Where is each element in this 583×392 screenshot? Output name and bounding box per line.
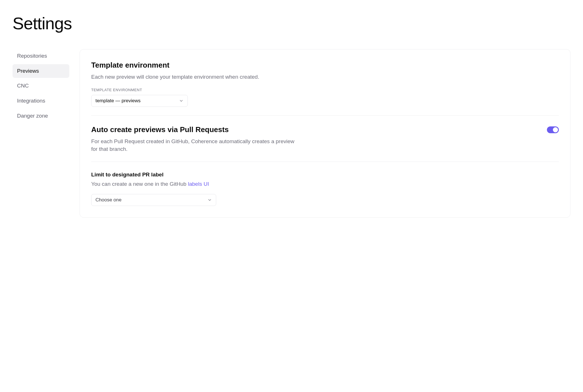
- labels-ui-link[interactable]: labels UI: [188, 181, 209, 187]
- pr-label-select[interactable]: Choose one: [91, 194, 216, 206]
- template-env-select-value: template — previews: [95, 98, 141, 104]
- auto-create-description: For each Pull Request created in GitHub,…: [91, 137, 296, 153]
- template-env-description: Each new preview will clone your templat…: [91, 73, 296, 81]
- pr-label-title: Limit to designated PR label: [91, 172, 559, 178]
- template-env-select[interactable]: template — previews: [91, 95, 188, 107]
- pr-label-description: You can create a new one in the GitHub l…: [91, 180, 559, 188]
- sidebar-item-previews[interactable]: Previews: [13, 64, 69, 78]
- chevron-down-icon: [207, 198, 212, 202]
- template-env-title: Template environment: [91, 61, 559, 70]
- template-env-field-label: TEMPLATE ENVIRONMENT: [91, 88, 559, 92]
- pr-label-desc-prefix: You can create a new one in the GitHub: [91, 181, 188, 187]
- sidebar-item-cnc[interactable]: CNC: [13, 79, 69, 93]
- pr-label-select-value: Choose one: [95, 197, 122, 203]
- sidebar-item-repositories[interactable]: Repositories: [13, 49, 69, 63]
- sidebar-item-integrations[interactable]: Integrations: [13, 94, 69, 108]
- auto-create-title: Auto create previews via Pull Requests: [91, 125, 540, 134]
- page-title: Settings: [13, 14, 570, 33]
- section-auto-create-previews: Auto create previews via Pull Requests F…: [91, 115, 559, 162]
- section-pr-label: Limit to designated PR label You can cre…: [91, 162, 559, 206]
- chevron-down-icon: [179, 99, 184, 103]
- section-template-environment: Template environment Each new preview wi…: [91, 61, 559, 115]
- settings-sidebar: Repositories Previews CNC Integrations D…: [13, 49, 69, 123]
- toggle-knob: [553, 127, 558, 132]
- auto-create-toggle[interactable]: [547, 126, 559, 133]
- settings-layout: Repositories Previews CNC Integrations D…: [13, 49, 570, 218]
- sidebar-item-danger-zone[interactable]: Danger zone: [13, 109, 69, 123]
- settings-panel: Template environment Each new preview wi…: [80, 49, 570, 218]
